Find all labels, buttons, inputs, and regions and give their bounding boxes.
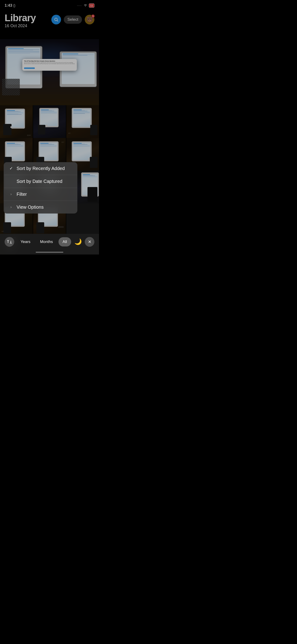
status-icons: ···· 11 — [77, 4, 94, 8]
photo-cell-featured[interactable]: This AI That Helps Me Solve Complex Scie… — [0, 39, 99, 105]
tab-years[interactable]: Years — [16, 237, 34, 246]
sort-order-button[interactable] — [4, 237, 14, 247]
signal-icon: ···· — [77, 4, 82, 7]
featured-article-card: This AI That Helps Me Solve Complex Scie… — [22, 59, 77, 71]
checkmark-icon: ✓ — [8, 166, 14, 171]
chevron-right-icon: › — [8, 205, 14, 209]
tab-all[interactable]: All — [58, 237, 71, 246]
toolbar-tabs: Years Months All — [16, 237, 71, 246]
menu-item-label: Sort by Recently Added — [16, 166, 73, 171]
chevron-right-icon: › — [8, 192, 14, 196]
photo-cell[interactable]: EMY — [0, 105, 33, 138]
moon-button[interactable]: 🌙 — [73, 237, 83, 247]
tab-months[interactable]: Months — [36, 237, 57, 246]
status-time: 1:43 {} — [4, 3, 16, 8]
photo-cell[interactable]: MY — [66, 105, 99, 138]
header-actions: Select 🐻 1 — [51, 15, 94, 24]
search-button[interactable] — [51, 15, 61, 24]
photo-cell[interactable] — [33, 105, 66, 138]
photo-grid-container: This AI That Helps Me Solve Complex Scie… — [0, 0, 99, 254]
library-date: 16 Oct 2024 — [4, 24, 36, 28]
battery-indicator: 11 — [89, 4, 94, 8]
wifi-icon — [83, 4, 88, 8]
menu-item-filter[interactable]: › Filter — [4, 188, 77, 201]
photo-row-1: EMY — [0, 105, 99, 138]
close-icon: ✕ — [88, 239, 92, 244]
avatar-button[interactable]: 🐻 1 — [85, 15, 94, 24]
menu-item-label: Sort by Date Captured — [16, 179, 73, 184]
page-header: Library 16 Oct 2024 Select 🐻 1 — [0, 10, 99, 31]
home-indicator — [36, 252, 63, 253]
close-button[interactable]: ✕ — [85, 237, 94, 247]
menu-item-sort-date[interactable]: Sort by Date Captured — [4, 175, 77, 188]
bottom-toolbar: Years Months All 🌙 ✕ — [0, 234, 99, 254]
menu-item-label: View Options — [16, 204, 73, 210]
menu-item-label: Filter — [16, 192, 73, 197]
svg-line-1 — [57, 20, 58, 22]
status-bar: 1:43 {} ···· 11 — [0, 0, 99, 10]
page-title: Library — [4, 13, 36, 23]
select-button[interactable]: Select — [64, 16, 82, 24]
header-title-section: Library 16 Oct 2024 — [4, 13, 36, 28]
menu-item-view-options[interactable]: › View Options — [4, 201, 77, 214]
moon-icon: 🌙 — [74, 238, 82, 245]
avatar-notification-badge: 1 — [91, 14, 95, 18]
menu-item-sort-recent[interactable]: ✓ Sort by Recently Added — [4, 162, 77, 175]
context-menu: ✓ Sort by Recently Added Sort by Date Ca… — [4, 162, 77, 214]
